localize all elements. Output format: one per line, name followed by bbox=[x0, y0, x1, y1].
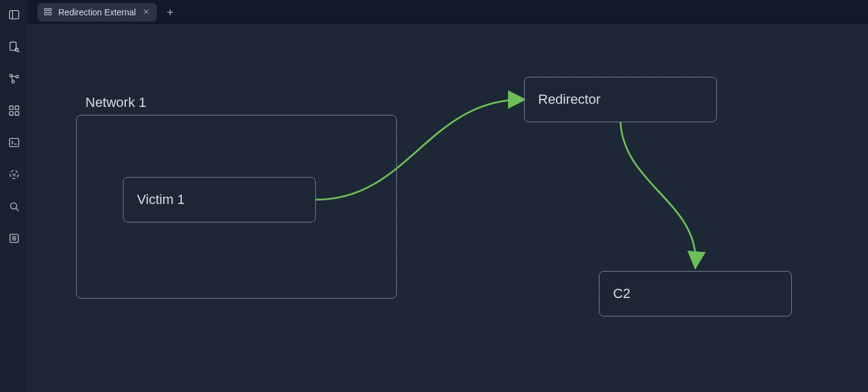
sync-icon[interactable]: M bbox=[4, 165, 24, 184]
diagram: Network 1 Victim 1 Redirector C2 bbox=[28, 25, 868, 392]
svg-line-19 bbox=[16, 208, 18, 211]
svg-rect-14 bbox=[9, 138, 18, 146]
activity-bar: M bbox=[0, 0, 28, 392]
node-victim-1[interactable]: Victim 1 bbox=[123, 177, 316, 222]
svg-point-5 bbox=[9, 74, 12, 77]
svg-point-6 bbox=[15, 76, 18, 78]
group-title: Network 1 bbox=[82, 95, 150, 111]
svg-rect-10 bbox=[9, 106, 13, 110]
panel-toggle-icon[interactable] bbox=[4, 5, 24, 25]
search-icon[interactable] bbox=[4, 197, 24, 216]
node-label: Victim 1 bbox=[137, 192, 185, 208]
terminal-icon[interactable] bbox=[4, 133, 24, 152]
svg-rect-11 bbox=[15, 106, 18, 110]
svg-line-8 bbox=[12, 76, 16, 77]
tab-title: Redirection External bbox=[58, 7, 136, 17]
svg-rect-13 bbox=[15, 112, 18, 116]
svg-point-7 bbox=[12, 80, 14, 83]
svg-rect-24 bbox=[45, 8, 47, 10]
diagram-canvas[interactable]: Network 1 Victim 1 Redirector C2 bbox=[28, 25, 868, 392]
edge-redirector-to-c2 bbox=[620, 122, 695, 266]
close-icon[interactable] bbox=[142, 7, 151, 18]
node-c2[interactable]: C2 bbox=[599, 271, 792, 316]
svg-rect-27 bbox=[49, 12, 51, 15]
tab-bar: Redirection External bbox=[28, 0, 868, 25]
svg-text:M: M bbox=[12, 173, 16, 177]
node-label: C2 bbox=[613, 286, 630, 302]
add-tab-button[interactable] bbox=[163, 5, 178, 20]
node-redirector[interactable]: Redirector bbox=[524, 77, 717, 122]
svg-rect-26 bbox=[45, 12, 47, 15]
svg-rect-25 bbox=[49, 8, 51, 10]
apps-icon[interactable] bbox=[4, 101, 24, 120]
svg-rect-0 bbox=[9, 10, 18, 18]
graph-icon[interactable] bbox=[4, 69, 24, 88]
data-explorer-icon[interactable] bbox=[4, 37, 24, 57]
svg-line-4 bbox=[17, 51, 19, 53]
list-icon[interactable] bbox=[4, 229, 24, 248]
tab-diagram-icon bbox=[44, 7, 52, 18]
svg-line-9 bbox=[11, 77, 12, 81]
tab-redirection-external[interactable]: Redirection External bbox=[37, 3, 157, 22]
node-label: Redirector bbox=[538, 92, 600, 108]
svg-point-18 bbox=[10, 203, 17, 209]
svg-rect-12 bbox=[9, 112, 13, 116]
